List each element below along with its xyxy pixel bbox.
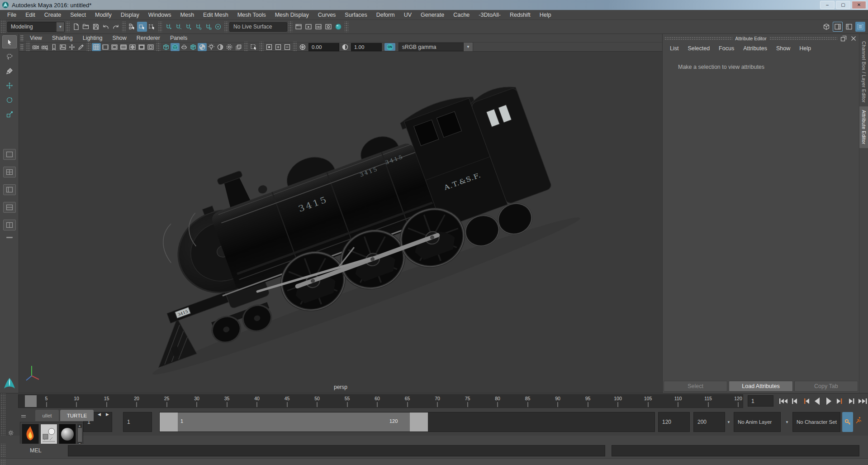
menu-select[interactable]: Select (66, 12, 90, 18)
scale-tool[interactable] (2, 108, 17, 121)
scroll-thumb[interactable] (78, 428, 82, 442)
separator[interactable] (122, 21, 126, 32)
chevron-down-icon[interactable]: ▼ (727, 420, 730, 424)
panelmenu-grip[interactable] (20, 35, 24, 41)
ae-menu-focus[interactable]: Focus (714, 45, 739, 52)
ae-menu-help[interactable]: Help (795, 45, 816, 52)
menuset-dropdown[interactable]: Modeling ▼ (7, 22, 65, 32)
side-tab-channel-box-layer-editor[interactable]: Channel Box / Layer Editor (859, 38, 868, 106)
contrast-icon[interactable] (341, 43, 350, 51)
perspective-viewport[interactable]: 3415 (19, 52, 662, 393)
channel-box-toggle-icon[interactable] (855, 22, 865, 32)
grid-icon[interactable] (92, 43, 101, 51)
render-view-icon[interactable] (294, 22, 304, 32)
shelf-menu-icon[interactable] (20, 412, 27, 420)
current-frame-field[interactable]: 1 (748, 395, 773, 407)
load-attributes-button[interactable]: Load Attributes (729, 381, 792, 392)
anim-layer-dropdown[interactable]: No Anim Layer (734, 412, 781, 432)
select-tool[interactable] (2, 35, 17, 48)
turtle-bake-shelf-button[interactable] (40, 424, 57, 445)
separator[interactable] (289, 21, 292, 32)
make-live-icon[interactable] (213, 22, 223, 32)
new-scene-icon[interactable] (71, 22, 81, 32)
snap-to-view-plane-icon[interactable] (203, 22, 213, 32)
motion-blur-icon[interactable] (234, 43, 243, 51)
exposure-field[interactable]: 0.00 (308, 43, 339, 51)
menu-file[interactable]: File (3, 12, 21, 18)
menu-curves[interactable]: Curves (313, 12, 341, 18)
step-back-frame-button[interactable] (789, 395, 800, 407)
play-forwards-button[interactable] (823, 395, 834, 407)
panel-menu-show[interactable]: Show (108, 35, 132, 41)
scroll-up-icon[interactable]: ▲ (78, 424, 81, 427)
undo-icon[interactable] (101, 22, 111, 32)
menu-redshift[interactable]: Redshift (505, 12, 535, 18)
shelf-tab-turtle[interactable]: TURTLE (60, 410, 94, 421)
separator[interactable] (260, 42, 263, 53)
menu-create[interactable]: Create (40, 12, 66, 18)
step-forward-frame-button[interactable] (846, 395, 857, 407)
drag-handle[interactable] (664, 37, 732, 40)
menu-modify[interactable]: Modify (90, 12, 116, 18)
range-start-handle[interactable] (160, 412, 178, 431)
menu-help[interactable]: Help (535, 12, 556, 18)
play-backwards-button[interactable] (812, 395, 823, 407)
help-line-grip[interactable] (0, 459, 5, 465)
screen-space-ao-icon[interactable] (225, 43, 234, 51)
close-button[interactable]: ✕ (852, 1, 866, 9)
range-row-grip[interactable] (0, 408, 5, 436)
pan-zoom-icon[interactable] (67, 43, 76, 51)
character-set-dropdown[interactable]: No Character Set (792, 412, 840, 432)
select-by-component-icon[interactable] (147, 22, 157, 32)
ae-menu-attributes[interactable]: Attributes (739, 45, 772, 52)
menu-edit-mesh[interactable]: Edit Mesh (199, 12, 233, 18)
menu-generate[interactable]: Generate (416, 12, 449, 18)
menu-edit[interactable]: Edit (21, 12, 40, 18)
range-fill[interactable] (160, 412, 428, 431)
go-to-end-button[interactable] (857, 395, 868, 407)
textured-icon[interactable] (198, 43, 207, 51)
wireframe-on-shaded-icon[interactable] (189, 43, 198, 51)
layout-shrink-button[interactable] (6, 237, 13, 238)
shelf-scrollbar[interactable]: ▲▼ (77, 424, 82, 446)
workspace-icon[interactable] (821, 22, 831, 32)
side-tab-attribute-editor[interactable]: Attribute Editor (859, 106, 868, 148)
layout-persp-outliner[interactable] (3, 184, 16, 195)
move-tool[interactable] (2, 79, 17, 92)
panel-menu-view[interactable]: View (25, 35, 47, 41)
menu-deform[interactable]: Deform (372, 12, 399, 18)
snap-to-grid-icon[interactable] (163, 22, 173, 32)
resolution-gate-icon[interactable] (110, 43, 119, 51)
chevron-down-icon[interactable]: ▼ (464, 42, 473, 52)
gamma-dropdown[interactable]: sRGB gamma ▼ (398, 42, 473, 52)
camera-icon[interactable] (31, 43, 40, 51)
command-line-mode[interactable]: MEL (30, 447, 42, 454)
command-line-grip[interactable] (0, 444, 5, 457)
paint-select-tool[interactable] (2, 64, 17, 77)
layout-split-horizontal[interactable] (3, 202, 16, 213)
turtle-sphere-shelf-button[interactable] (59, 424, 76, 445)
menu-mesh[interactable]: Mesh (176, 12, 199, 18)
time-slider[interactable]: 1 51015202530354045505560657075808590951… (18, 394, 743, 408)
animation-end-field[interactable]: 200 (693, 412, 725, 432)
menu-mesh-tools[interactable]: Mesh Tools (233, 12, 270, 18)
layout-four-pane[interactable] (3, 167, 16, 177)
gear-icon[interactable] (7, 429, 14, 436)
safe-action-icon[interactable] (137, 43, 146, 51)
redo-icon[interactable] (111, 22, 121, 32)
ae-menu-list[interactable]: List (665, 45, 683, 52)
select-by-object-icon[interactable] (137, 22, 147, 32)
command-line-input[interactable] (68, 445, 605, 456)
animation-preferences-icon[interactable] (855, 417, 862, 424)
auto-keyframe-toggle[interactable] (842, 412, 853, 432)
select-button[interactable]: Select (664, 381, 727, 392)
separator[interactable] (244, 42, 248, 53)
current-frame-marker[interactable] (25, 395, 37, 407)
separator[interactable] (157, 42, 160, 53)
timeline-grip[interactable] (0, 393, 5, 408)
range-slider[interactable]: 1 120 (159, 412, 655, 432)
layout-split-vertical[interactable] (3, 220, 16, 230)
attribute-editor-header[interactable]: Attribute Editor (663, 34, 859, 43)
playback-start-field[interactable]: 1 (123, 412, 152, 432)
shaded-icon[interactable] (171, 43, 180, 51)
